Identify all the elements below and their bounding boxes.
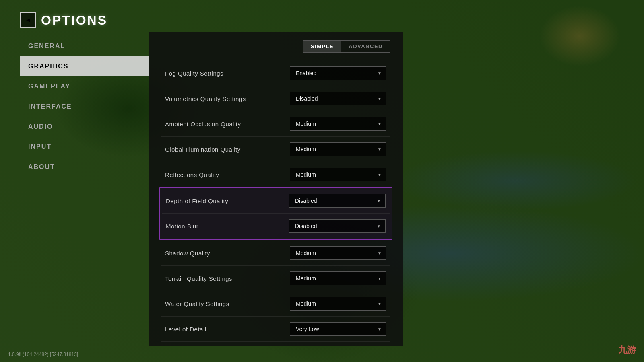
select-terrain-quality[interactable]: LowMediumHighUltra: [290, 272, 386, 285]
setting-row-ambient-occlusion: Ambient Occlusion QualityDisabledLowMedi…: [161, 111, 390, 137]
sidebar-item-interface[interactable]: INTERFACE: [20, 97, 149, 117]
setting-row-animation-quality: Animation QualityLowMediumHighUltra: [161, 342, 390, 346]
setting-label-ambient-occlusion: Ambient Occlusion Quality: [165, 121, 241, 128]
select-water-quality[interactable]: LowMediumHighUltra: [290, 297, 386, 311]
setting-label-motion-blur: Motion Blur: [166, 223, 198, 230]
back-icon: ◄: [25, 16, 31, 24]
setting-row-shadow-quality: Shadow QualityDisabledLowMediumHighUltra: [161, 241, 390, 266]
toggle-group: SIMPLE ADVANCED: [303, 40, 390, 53]
sidebar-item-graphics[interactable]: GRAPHICS: [20, 56, 149, 76]
setting-label-level-of-detail: Level of Detail: [165, 326, 206, 333]
simple-mode-button[interactable]: SIMPLE: [303, 41, 341, 52]
sidebar: GENERALGRAPHICSGAMEPLAYINTERFACEAUDIOINP…: [20, 32, 149, 346]
select-motion-blur[interactable]: EnabledDisabledLowMediumHigh: [289, 219, 386, 233]
select-wrapper-level-of-detail: Very LowLowMediumHighUltra: [290, 322, 386, 336]
setting-label-reflections: Reflections Quality: [165, 171, 219, 178]
select-fog-quality[interactable]: EnabledDisabledLowMediumHigh: [290, 66, 386, 80]
title-bar: ◄ OPTIONS: [20, 12, 402, 28]
advanced-mode-button[interactable]: ADVANCED: [341, 41, 390, 52]
sidebar-item-gameplay[interactable]: GAMEPLAY: [20, 76, 149, 97]
page-title: OPTIONS: [41, 13, 107, 28]
setting-label-shadow-quality: Shadow Quality: [165, 250, 210, 257]
select-wrapper-water-quality: LowMediumHighUltra: [290, 297, 386, 311]
setting-row-depth-of-field: Depth of Field QualityEnabledDisabledLow…: [162, 188, 390, 214]
options-window: ◄ OPTIONS GENERALGRAPHICSGAMEPLAYINTERFA…: [20, 12, 402, 350]
select-wrapper-volumetrics-quality: EnabledDisabledLowMediumHigh: [290, 92, 386, 105]
select-shadow-quality[interactable]: DisabledLowMediumHighUltra: [290, 246, 386, 260]
setting-row-volumetrics-quality: Volumetrics Quality SettingsEnabledDisab…: [161, 86, 390, 111]
select-reflections[interactable]: DisabledLowMediumHighUltra: [290, 168, 386, 181]
setting-row-fog-quality: Fog Quality SettingsEnabledDisabledLowMe…: [161, 61, 390, 86]
select-wrapper-shadow-quality: DisabledLowMediumHighUltra: [290, 246, 386, 260]
mode-toggle: SIMPLE ADVANCED: [161, 40, 390, 53]
setting-label-volumetrics-quality: Volumetrics Quality Settings: [165, 95, 246, 102]
select-depth-of-field[interactable]: EnabledDisabledLowMediumHigh: [289, 194, 386, 208]
sidebar-item-input[interactable]: INPUT: [20, 137, 149, 157]
select-wrapper-motion-blur: EnabledDisabledLowMediumHigh: [289, 219, 386, 233]
content-area: GENERALGRAPHICSGAMEPLAYINTERFACEAUDIOINP…: [20, 32, 402, 346]
setting-label-global-illumination: Global Illumination Quality: [165, 146, 241, 153]
setting-row-level-of-detail: Level of DetailVery LowLowMediumHighUltr…: [161, 317, 390, 342]
sidebar-item-general[interactable]: GENERAL: [20, 36, 149, 56]
select-wrapper-reflections: DisabledLowMediumHighUltra: [290, 168, 386, 181]
setting-row-reflections: Reflections QualityDisabledLowMediumHigh…: [161, 162, 390, 187]
setting-row-water-quality: Water Quality SettingsLowMediumHighUltra: [161, 291, 390, 317]
highlighted-group: Depth of Field QualityEnabledDisabledLow…: [159, 187, 392, 240]
watermark: 九游: [618, 344, 636, 356]
select-ambient-occlusion[interactable]: DisabledLowMediumHighUltra: [290, 117, 386, 131]
select-global-illumination[interactable]: DisabledLowMediumHighUltra: [290, 142, 386, 156]
back-button[interactable]: ◄: [20, 12, 36, 28]
select-wrapper-terrain-quality: LowMediumHighUltra: [290, 272, 386, 285]
setting-row-terrain-quality: Terrain Quality SettingsLowMediumHighUlt…: [161, 266, 390, 291]
select-wrapper-ambient-occlusion: DisabledLowMediumHighUltra: [290, 117, 386, 131]
sidebar-item-audio[interactable]: AUDIO: [20, 117, 149, 137]
setting-label-terrain-quality: Terrain Quality Settings: [165, 275, 232, 282]
setting-row-global-illumination: Global Illumination QualityDisabledLowMe…: [161, 137, 390, 162]
select-volumetrics-quality[interactable]: EnabledDisabledLowMediumHigh: [290, 92, 386, 105]
select-wrapper-fog-quality: EnabledDisabledLowMediumHigh: [290, 66, 386, 80]
select-wrapper-depth-of-field: EnabledDisabledLowMediumHigh: [289, 194, 386, 208]
main-panel: SIMPLE ADVANCED Fog Quality SettingsEnab…: [149, 32, 402, 346]
setting-label-fog-quality: Fog Quality Settings: [165, 70, 223, 77]
select-wrapper-global-illumination: DisabledLowMediumHighUltra: [290, 142, 386, 156]
sidebar-item-about[interactable]: ABOUT: [20, 157, 149, 177]
setting-label-depth-of-field: Depth of Field Quality: [166, 197, 228, 204]
select-level-of-detail[interactable]: Very LowLowMediumHighUltra: [290, 322, 386, 336]
version-text: 1.0.9fl (104.24482) [5247.31813]: [8, 352, 78, 357]
setting-label-water-quality: Water Quality Settings: [165, 300, 229, 307]
setting-row-motion-blur: Motion BlurEnabledDisabledLowMediumHigh: [162, 214, 390, 239]
